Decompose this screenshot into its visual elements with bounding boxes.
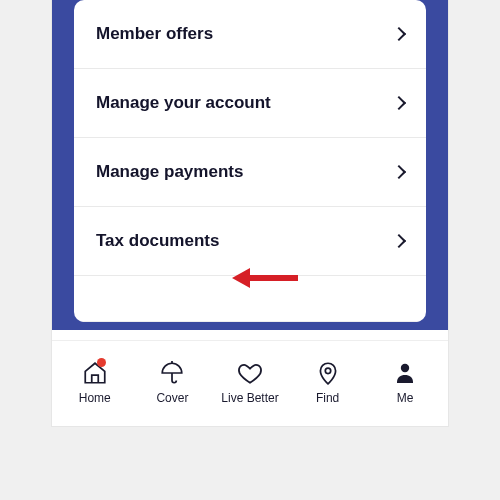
menu-item-member-offers[interactable]: Member offers [74,0,426,69]
menu-card: Member offers Manage your account Manage… [74,0,426,322]
svg-point-0 [325,368,330,373]
menu-item-label: Manage payments [96,162,243,182]
phone-screen: Member offers Manage your account Manage… [52,0,448,426]
chevron-right-icon [392,27,406,41]
umbrella-icon [158,359,186,387]
nav-find[interactable]: Find [289,359,367,405]
menu-item-label: Member offers [96,24,213,44]
menu-item-manage-payments[interactable]: Manage payments [74,138,426,207]
menu-item-label: Manage your account [96,93,271,113]
nav-cover[interactable]: Cover [134,359,212,405]
svg-point-1 [401,363,409,371]
menu-item-manage-account[interactable]: Manage your account [74,69,426,138]
nav-label: Home [79,391,111,405]
chevron-right-icon [392,96,406,110]
bottom-nav: Home Cover Live Better Find Me [52,340,448,426]
heart-icon [236,359,264,387]
nav-home[interactable]: Home [56,359,134,405]
notification-dot-icon [97,358,106,367]
nav-label: Live Better [221,391,278,405]
chevron-right-icon [392,165,406,179]
nav-label: Cover [156,391,188,405]
chevron-right-icon [392,234,406,248]
location-pin-icon [314,359,342,387]
nav-live-better[interactable]: Live Better [211,359,289,405]
nav-me[interactable]: Me [366,359,444,405]
person-icon [391,359,419,387]
menu-item-label: Tax documents [96,231,219,251]
menu-item-partial [74,276,426,322]
menu-item-tax-documents[interactable]: Tax documents [74,207,426,276]
nav-label: Me [397,391,414,405]
nav-label: Find [316,391,339,405]
